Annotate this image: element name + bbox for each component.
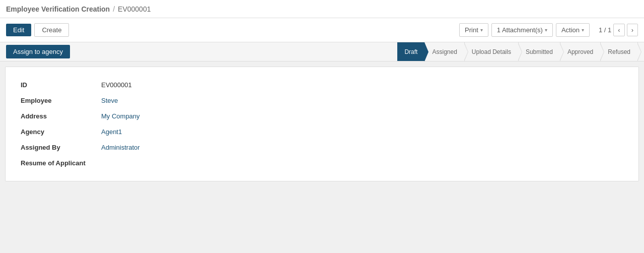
breadcrumb-separator: / bbox=[113, 5, 115, 13]
field-address: Address My Company bbox=[16, 108, 628, 124]
main-content: ID EV000001 Employee Steve Address My Co… bbox=[5, 67, 639, 181]
create-button[interactable]: Create bbox=[34, 23, 69, 37]
status-step-refused[interactable]: Refused bbox=[601, 42, 638, 61]
edit-button[interactable]: Edit bbox=[6, 24, 31, 36]
field-assigned-by: Assigned By Administrator bbox=[16, 140, 628, 155]
field-assigned-by-value: Administrator bbox=[96, 140, 628, 155]
field-resume: Resume of Applicant bbox=[16, 155, 628, 171]
attachments-label: 1 Attachment(s) bbox=[497, 26, 543, 34]
action-dropdown-button[interactable]: Action ▾ bbox=[556, 23, 590, 37]
status-step-submitted[interactable]: Submitted bbox=[519, 42, 560, 61]
status-steps: Draft Assigned Upload Details Submitted … bbox=[397, 42, 638, 61]
attachments-dropdown-button[interactable]: 1 Attachment(s) ▾ bbox=[491, 23, 553, 37]
print-caret-icon: ▾ bbox=[480, 27, 483, 33]
form-table: ID EV000001 Employee Steve Address My Co… bbox=[16, 77, 628, 171]
toolbar: Edit Create Print ▾ 1 Attachment(s) ▾ Ac… bbox=[0, 18, 644, 42]
status-step-refused-label: Refused bbox=[608, 48, 630, 55]
status-step-upload-details[interactable]: Upload Details bbox=[465, 42, 519, 61]
pagination-next-button[interactable]: › bbox=[627, 24, 638, 36]
status-step-draft-label: Draft bbox=[404, 48, 417, 55]
field-id-label: ID bbox=[16, 77, 96, 93]
field-employee-label: Employee bbox=[16, 93, 96, 108]
assigned-by-link[interactable]: Administrator bbox=[101, 144, 140, 151]
print-dropdown-button[interactable]: Print ▾ bbox=[459, 23, 488, 37]
field-resume-value bbox=[96, 155, 628, 171]
breadcrumb-title: Employee Verification Creation bbox=[6, 5, 110, 13]
status-step-submitted-label: Submitted bbox=[526, 48, 553, 55]
pagination: 1 / 1 ‹ › bbox=[599, 24, 638, 36]
status-step-assigned-label: Assigned bbox=[432, 48, 457, 55]
status-step-draft[interactable]: Draft bbox=[397, 42, 425, 61]
assign-to-agency-button[interactable]: Assign to agency bbox=[6, 45, 70, 58]
action-label: Action bbox=[561, 26, 580, 34]
address-link[interactable]: My Company bbox=[101, 112, 140, 120]
breadcrumb-record-id: EV000001 bbox=[118, 5, 151, 13]
pagination-prev-button[interactable]: ‹ bbox=[613, 24, 624, 36]
action-caret-icon: ▾ bbox=[582, 27, 584, 33]
field-agency-value: Agent1 bbox=[96, 124, 628, 140]
status-step-upload-details-label: Upload Details bbox=[472, 48, 511, 55]
field-address-label: Address bbox=[16, 108, 96, 124]
field-id: ID EV000001 bbox=[16, 77, 628, 93]
field-id-value: EV000001 bbox=[96, 77, 628, 93]
status-step-approved[interactable]: Approved bbox=[560, 42, 601, 61]
agency-link[interactable]: Agent1 bbox=[101, 128, 122, 136]
field-assigned-by-label: Assigned By bbox=[16, 140, 96, 155]
field-agency-label: Agency bbox=[16, 124, 96, 140]
field-employee-value: Steve bbox=[96, 93, 628, 108]
field-resume-label: Resume of Applicant bbox=[16, 155, 96, 171]
field-address-value: My Company bbox=[96, 108, 628, 124]
print-label: Print bbox=[465, 26, 478, 34]
attachments-caret-icon: ▾ bbox=[545, 27, 547, 33]
status-bar: Assign to agency Draft Assigned Upload D… bbox=[0, 42, 644, 61]
status-step-approved-label: Approved bbox=[567, 48, 593, 55]
field-employee: Employee Steve bbox=[16, 93, 628, 108]
status-step-assigned[interactable]: Assigned bbox=[425, 42, 464, 61]
breadcrumb-bar: Employee Verification Creation / EV00000… bbox=[0, 0, 644, 18]
employee-link[interactable]: Steve bbox=[101, 97, 118, 104]
field-agency: Agency Agent1 bbox=[16, 124, 628, 140]
pagination-info: 1 / 1 bbox=[599, 26, 611, 34]
